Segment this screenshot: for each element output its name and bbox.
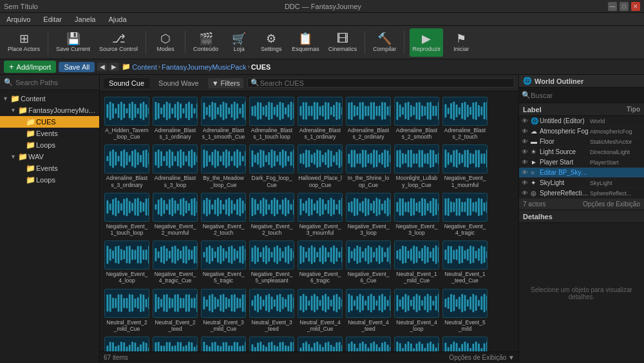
asset-item[interactable]: Neutral_Event_1_teed_Cue <box>442 239 488 285</box>
asset-item[interactable]: Positive_Event_1_heroic_Cue <box>104 335 150 351</box>
asset-item[interactable]: Negative_Event_4_loop <box>104 239 150 285</box>
asset-item[interactable]: Neutral_Event_2_teed <box>152 288 198 333</box>
tree-item-wav-events[interactable]: 📁 Events <box>0 162 99 174</box>
tree-item-content[interactable]: ▼ 📁 Content <box>0 93 99 104</box>
asset-item[interactable]: Dark_Fog_loop_Cue <box>249 143 295 189</box>
asset-item[interactable]: Negative_Event_6_tragic <box>297 239 343 285</box>
place-actors-button[interactable]: ⊞ Place Actors <box>5 28 43 57</box>
asset-item[interactable]: Hallowed_Place_loop_Cue <box>297 143 343 189</box>
tree-item-fjmp[interactable]: ▼ 📁 FantasyJourneyMusicPack <box>0 104 99 116</box>
asset-item[interactable]: Adrenaline_Blasts_1_smooth_Cue <box>200 95 247 141</box>
asset-item[interactable]: A_Hidden_Tavern_loop_Cue <box>104 95 150 141</box>
outliner-item-world[interactable]: 👁 🌐 Untitled (Editor) World <box>519 116 644 126</box>
breadcrumb-content[interactable]: Content <box>132 63 157 71</box>
asset-item[interactable]: Negative_Event_2_mournful <box>152 191 198 237</box>
view-options[interactable]: Opções de Exibição ▼ <box>449 354 515 361</box>
asset-item[interactable]: Positive_Event_2_loop <box>297 335 343 351</box>
menu-janela[interactable]: Janela <box>72 14 98 25</box>
save-all-button[interactable]: Save All <box>59 62 95 72</box>
outliner-item-light[interactable]: 👁 ☀ Light Source DirectionalLight <box>519 147 644 157</box>
asset-item[interactable]: Neutral_Event_3_teed <box>249 288 295 333</box>
asset-item[interactable]: Negative_Event_3_loop <box>393 191 440 237</box>
asset-item[interactable]: Neutral_Event_5_mild <box>442 288 488 333</box>
reproduzir-button[interactable]: ▶ Reproduzir <box>410 28 443 57</box>
asset-item[interactable]: In_the_Shrine_loop_Cue <box>345 143 392 189</box>
asset-item[interactable]: Negative_Event_3_mournful <box>297 191 343 237</box>
asset-item[interactable]: Negative_Event_5_tragic <box>200 239 247 285</box>
outliner-item-sky-sphere[interactable]: 👁 ○ Editar BP_Sky_Sp... <box>519 168 644 178</box>
loja-button[interactable]: 🛒 Loja <box>225 28 253 57</box>
asset-item[interactable]: Adrenaline_Blasts_1_ordinary <box>152 95 198 141</box>
asset-item[interactable]: Adrenaline_Blasts_1_ordinary <box>297 95 343 141</box>
tab-sound-wave[interactable]: Sound Wave <box>153 78 204 88</box>
asset-item[interactable]: Negative_Event_4_tragic_Cue <box>152 239 198 285</box>
asset-item[interactable]: Positive_Event_2_cheerful <box>345 335 392 351</box>
outliner-item-player[interactable]: 👁 ► Player Start PlayerStart <box>519 157 644 168</box>
tree-item-wav-loops[interactable]: 📁 Loops <box>0 174 99 186</box>
close-button[interactable]: ✕ <box>631 2 640 11</box>
asset-item[interactable]: Positive_Event_1_smooth <box>200 335 247 351</box>
asset-item[interactable]: Negative_Event_6_Cue <box>345 239 392 285</box>
modes-button[interactable]: ⬡ Modes <box>151 28 180 57</box>
menu-ajuda[interactable]: Ajuda <box>106 14 129 25</box>
asset-item[interactable]: Positive_Event_1_loop <box>152 335 198 351</box>
asset-item[interactable]: Adrenaline_Blasts_2_touch <box>442 95 488 141</box>
asset-item[interactable]: Adrenaline_Blasts_1_touch loop <box>249 95 295 141</box>
nav-back-button[interactable]: ◀ <box>97 63 108 71</box>
esquemas-button[interactable]: 📋 Esquemas <box>289 28 322 57</box>
search-paths-input[interactable] <box>15 79 104 86</box>
asset-item[interactable]: Moonlight_Lullaby_loop_Cue <box>393 143 440 189</box>
save-current-button[interactable]: 💾 Save Current <box>53 28 93 57</box>
svg-rect-115 <box>390 105 390 117</box>
asset-item[interactable]: Neutral_Event_2_mild_Cue <box>104 288 150 333</box>
asset-item[interactable]: Neutral_Event_4_loop <box>393 288 440 333</box>
add-import-button[interactable]: + Add/Import <box>4 61 56 73</box>
tree-item-events[interactable]: 📁 Events <box>0 128 99 139</box>
svg-rect-391 <box>282 199 284 214</box>
asset-item[interactable]: Adrenaline_Blasts_3_ordinary <box>104 143 150 189</box>
tab-sound-cue[interactable]: Sound Cue <box>104 78 149 88</box>
asset-item[interactable]: Neutral_Event_3_mild_Cue <box>200 288 247 333</box>
menu-arquivo[interactable]: Arquivo <box>4 14 33 25</box>
maximize-button[interactable]: □ <box>620 2 629 11</box>
cinematics-button[interactable]: 🎞 Cinematics <box>326 28 360 57</box>
outliner-search-input[interactable] <box>531 92 641 99</box>
breadcrumb-pack[interactable]: FantasyJourneyMusicPack <box>162 63 246 71</box>
nav-forward-button[interactable]: ▶ <box>109 63 119 71</box>
asset-item[interactable]: Negative_Event_5_unpleasant <box>249 239 295 285</box>
asset-item[interactable]: Adrenaline_Blasts_3_loop <box>152 143 198 189</box>
asset-item[interactable]: Adrenaline_Blasts_2_smooth <box>393 95 440 141</box>
asset-item[interactable]: Negative_Event_3_loop <box>345 191 392 237</box>
asset-item[interactable]: Positive_Event_3_loop <box>393 335 440 351</box>
tree-item-wav[interactable]: ▼ 📁 WAV <box>0 151 99 162</box>
asset-item[interactable]: Neutral_Event_4_mild_Cue <box>297 288 343 333</box>
compilar-button[interactable]: 🔨 Compilar <box>370 28 399 57</box>
asset-item[interactable]: By_the_Meadow_loop_Cue <box>200 143 247 189</box>
settings-button[interactable]: ⚙ Settings <box>257 28 285 57</box>
asset-item[interactable]: Positive_Event_2_heroic <box>249 335 295 351</box>
asset-item[interactable]: Negative_Event_1_touch_loop <box>104 191 150 237</box>
asset-item[interactable]: Negative_Event_1_mournful <box>442 143 488 189</box>
menu-editar[interactable]: Editar <box>41 14 64 25</box>
source-control-button[interactable]: ⎇ Source Control <box>97 28 140 57</box>
filters-button[interactable]: ▼ Filters <box>208 78 244 88</box>
outliner-item-sphere[interactable]: 👁 ◎ SphereReflectionCapture SphereReflec… <box>519 188 644 199</box>
asset-item[interactable]: Negative_Event_2_touch <box>200 191 247 237</box>
asset-item[interactable]: Negative_Event_2_touch <box>249 191 295 237</box>
outliner-item-fog[interactable]: 👁 ☁ Atmospheric Fog AtmosphericFog <box>519 126 644 137</box>
svg-rect-512 <box>188 250 190 260</box>
conteudo-button[interactable]: 🎬 Conteúdo <box>191 28 221 57</box>
asset-item[interactable]: Negative_Event_4_tragic <box>442 191 488 237</box>
iniciar-button[interactable]: ⚑ Iniciar <box>447 28 475 57</box>
tree-item-cues[interactable]: 📁 CUES <box>0 116 99 128</box>
content-search-input[interactable] <box>260 79 511 87</box>
outliner-item-skylight[interactable]: 👁 ✦ SkyLight SkyLight <box>519 178 644 188</box>
svg-rect-426 <box>365 198 366 216</box>
asset-item[interactable]: Neutral_Event_1_mild_Cue <box>393 239 440 285</box>
asset-item[interactable]: Adrenaline_Blasts_2_ordinary <box>345 95 392 141</box>
asset-item[interactable]: Neutral_Event_4_teed <box>345 288 392 333</box>
asset-item[interactable]: Positive_Event_3_heroic <box>442 335 488 351</box>
tree-item-loops[interactable]: 📁 Loops <box>0 139 99 151</box>
minimize-button[interactable]: — <box>608 2 617 11</box>
outliner-item-floor[interactable]: 👁 ▬ Floor StaticMeshActor <box>519 137 644 147</box>
